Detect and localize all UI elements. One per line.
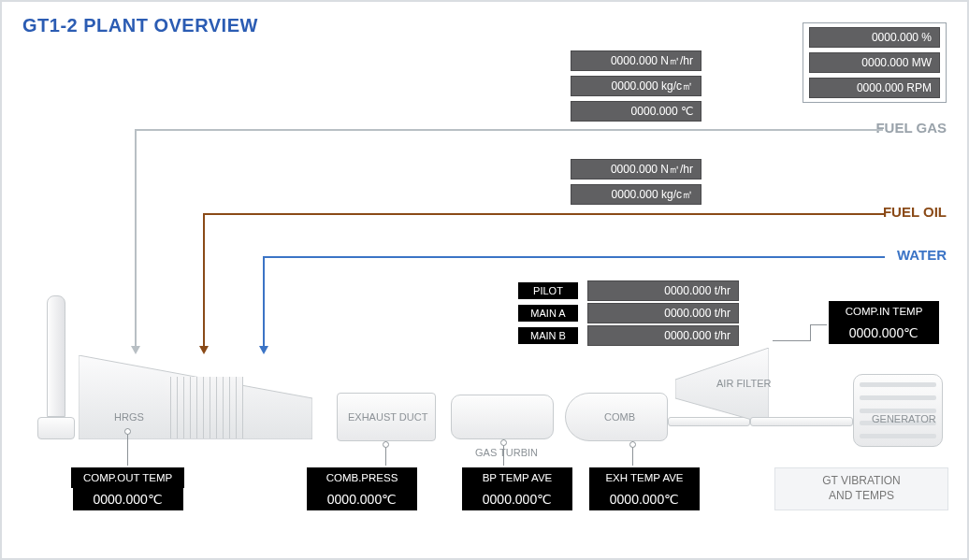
fuel-oil-arrow-icon — [199, 346, 209, 354]
exh-temp-label: EXH TEMP AVE — [589, 467, 700, 488]
fuel-oil-line-h — [203, 213, 884, 215]
pilot-label: PILOT — [518, 282, 578, 299]
fuel-gas-pressure: 0000.000 kg/c㎡ — [571, 76, 701, 96]
page-title: GT1-2 PLANT OVERVIEW — [22, 15, 258, 36]
comp-out-temp-value: 0000.000℃ — [73, 488, 183, 510]
water-line-v — [263, 256, 265, 348]
stack-base — [37, 417, 75, 439]
fuel-oil-label: FUEL OIL — [883, 204, 947, 220]
comb-press-label: COMB.PRESS — [307, 467, 417, 488]
fuel-oil-flow: 0000.000 N㎥/hr — [571, 159, 701, 179]
hrgs-label: HRGS — [114, 411, 144, 423]
airfilter-leader-h2 — [810, 324, 827, 325]
comp-in-temp-block: COMP.IN TEMP 0000.000℃ — [829, 301, 939, 344]
comp-out-temp-block: COMP.OUT TEMP 0000.000℃ — [71, 467, 184, 510]
hrgs-dot-icon — [124, 428, 131, 435]
summary-rpm: 0000.000 RPM — [809, 78, 940, 98]
shaft-2 — [750, 417, 853, 426]
air-filter-label: AIR FILTER — [716, 378, 771, 389]
gas-turbine-label: GAS TURBIN — [475, 447, 538, 458]
bp-temp-value: 0000.000℃ — [462, 488, 572, 510]
comb-label: COMB — [604, 411, 635, 423]
main-b-label: MAIN B — [518, 327, 578, 344]
water-label: WATER — [897, 247, 947, 263]
fuel-gas-flow: 0000.000 N㎥/hr — [571, 50, 701, 71]
hrgs-shape — [79, 355, 312, 439]
pilot-value: 0000.000 t/hr — [587, 280, 739, 301]
comp-in-temp-value: 0000.000℃ — [829, 322, 939, 344]
fuel-oil-line-v — [203, 213, 205, 348]
airfilter-leader-v — [810, 324, 811, 341]
exh-temp-ave-block: EXH TEMP AVE 0000.000℃ — [589, 467, 700, 510]
fuel-gas-temp: 0000.000 ℃ — [571, 101, 701, 122]
main-a-label: MAIN A — [518, 305, 578, 322]
fuel-gas-line-v — [135, 129, 137, 348]
burner-row-main-a: MAIN A 0000.000 t/hr — [518, 303, 739, 323]
comb-press-block: COMB.PRESS 0000.000℃ — [307, 467, 417, 510]
water-arrow-icon — [259, 346, 268, 354]
bp-temp-label: BP TEMP AVE — [462, 467, 572, 488]
burner-row-pilot: PILOT 0000.000 t/hr — [518, 280, 739, 301]
comp-in-temp-label: COMP.IN TEMP — [829, 301, 939, 322]
bp-temp-ave-block: BP TEMP AVE 0000.000℃ — [462, 467, 572, 510]
generator-shape — [853, 374, 943, 447]
fuel-gas-line-h — [135, 129, 883, 131]
fuel-gas-label: FUEL GAS — [875, 120, 947, 136]
exhaust-duct-label: EXHAUST DUCT — [348, 411, 427, 423]
comb-dot-icon — [629, 441, 636, 448]
gas-turbine-shape — [451, 395, 554, 439]
fuel-gas-arrow-icon — [131, 346, 140, 354]
comb-press-value: 0000.000℃ — [307, 488, 417, 510]
stack-shape — [47, 295, 65, 417]
comp-out-temp-label: COMP.OUT TEMP — [71, 467, 184, 488]
exhaust-dot-icon — [383, 441, 389, 448]
fuel-oil-pressure: 0000.000 kg/c㎡ — [571, 184, 701, 205]
burner-row-main-b: MAIN B 0000.000 t/hr — [518, 325, 739, 346]
turbine-dot-icon — [500, 439, 507, 446]
gt-vibration-button[interactable]: GT VIBRATION AND TEMPS — [774, 467, 948, 510]
exh-temp-value: 0000.000℃ — [589, 488, 700, 510]
generator-label: GENERATOR — [872, 413, 936, 424]
main-b-value: 0000.000 t/hr — [587, 325, 739, 346]
summary-box: 0000.000 % 0000.000 MW 0000.000 RPM — [803, 22, 947, 103]
summary-percent: 0000.000 % — [809, 27, 940, 48]
fuel-gas-values: 0000.000 N㎥/hr 0000.000 kg/c㎡ 0000.000 ℃ — [571, 50, 701, 122]
summary-mw: 0000.000 MW — [809, 52, 940, 73]
airfilter-leader-h — [773, 340, 810, 341]
water-line-h — [263, 256, 885, 258]
fuel-oil-values: 0000.000 N㎥/hr 0000.000 kg/c㎡ — [571, 159, 701, 205]
main-a-value: 0000.000 t/hr — [587, 303, 739, 323]
